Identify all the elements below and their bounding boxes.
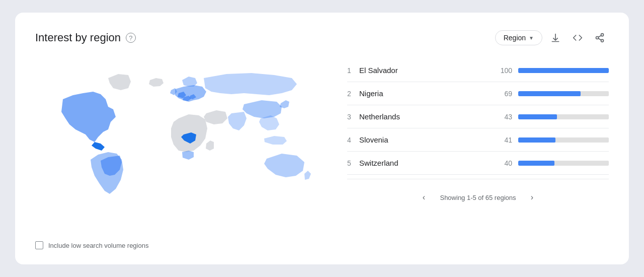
score-value: 43	[494, 113, 512, 121]
main-content: Include low search volume regions 1 El S…	[35, 59, 609, 249]
rank-number: 1	[347, 66, 359, 75]
help-icon[interactable]: ?	[126, 33, 136, 43]
score-value: 41	[494, 136, 512, 144]
score-bar-fill	[518, 91, 581, 96]
score-bar	[518, 114, 609, 119]
table-row: 5 Switzerland 40	[347, 152, 609, 175]
country-name: El Salvador	[359, 66, 494, 75]
prev-page-button[interactable]: ‹	[416, 189, 432, 205]
next-page-button[interactable]: ›	[524, 189, 540, 205]
score-bar	[518, 68, 609, 73]
score-bar-fill	[518, 114, 557, 119]
score-value: 69	[494, 90, 512, 98]
svg-line-5	[598, 35, 601, 37]
region-dropdown[interactable]: Region ▼	[495, 30, 542, 45]
rank-number: 3	[347, 113, 359, 121]
rank-number: 2	[347, 90, 359, 98]
regions-list: 1 El Salvador 100 2 Nigeria 69 3 Netherl…	[327, 59, 609, 249]
score-bar-fill	[518, 161, 554, 166]
score-bar	[518, 161, 609, 166]
table-row: 3 Netherlands 43	[347, 105, 609, 128]
header-right: Region ▼	[495, 29, 609, 47]
rank-number: 5	[347, 159, 359, 167]
embed-button[interactable]	[569, 29, 587, 47]
pagination-text: Showing 1-5 of 65 regions	[440, 194, 516, 201]
chevron-down-icon: ▼	[529, 35, 534, 41]
score-bar-fill	[518, 137, 555, 143]
low-volume-checkbox[interactable]	[35, 241, 43, 249]
country-name: Netherlands	[359, 112, 494, 121]
interest-by-region-card: Interest by region ? Region ▼	[15, 13, 629, 264]
page-title: Interest by region	[35, 31, 121, 44]
score-bar	[518, 91, 609, 96]
world-map	[35, 59, 327, 230]
country-name: Nigeria	[359, 89, 494, 98]
map-section: Include low search volume regions	[35, 59, 327, 249]
score-bar	[518, 137, 609, 143]
share-button[interactable]	[591, 29, 609, 47]
score-value: 100	[494, 66, 512, 75]
rank-number: 4	[347, 136, 359, 144]
table-row: 4 Slovenia 41	[347, 128, 609, 152]
country-name: Slovenia	[359, 135, 494, 144]
low-volume-checkbox-row: Include low search volume regions	[35, 241, 327, 249]
table-row: 1 El Salvador 100	[347, 59, 609, 82]
header-left: Interest by region ?	[35, 31, 136, 44]
card-header: Interest by region ? Region ▼	[35, 29, 609, 47]
table-row: 2 Nigeria 69	[347, 82, 609, 105]
score-value: 40	[494, 159, 512, 167]
low-volume-label: Include low search volume regions	[48, 242, 148, 249]
svg-line-4	[598, 38, 601, 40]
country-name: Switzerland	[359, 159, 494, 167]
download-button[interactable]	[546, 29, 565, 47]
pagination: ‹ Showing 1-5 of 65 regions ›	[347, 189, 609, 205]
score-bar-fill	[518, 68, 609, 73]
